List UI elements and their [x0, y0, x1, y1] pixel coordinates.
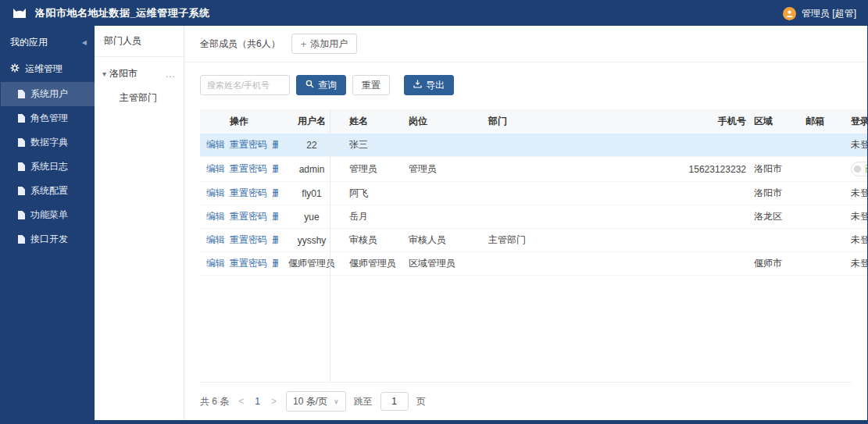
sidebar-item-1[interactable]: 角色管理: [1, 106, 95, 130]
jump-label: 跳至: [354, 395, 373, 408]
reset-password-link[interactable]: 重置密码: [230, 211, 267, 222]
sidebar-section-ops[interactable]: 运维管理: [1, 56, 95, 82]
sidebar-item-label: 系统配置: [30, 184, 68, 198]
edit-link[interactable]: 编辑: [206, 258, 225, 269]
cell-name: 审核员: [345, 229, 405, 252]
cell-region: 洛阳市: [750, 182, 802, 205]
total-count-label: 共 6 条: [200, 395, 229, 408]
edit-link[interactable]: 编辑: [206, 211, 225, 222]
pagination: 共 6 条 < 1 > 10 条/页 ∨ 跳至 页: [200, 382, 852, 420]
column-header: 姓名: [345, 109, 405, 134]
app-window: 洛阳市地名地址数据_运维管理子系统 管理员 [超管] 我的应用 ◀ 运维管理 系…: [0, 0, 868, 424]
cell-position: 区域管理员: [405, 252, 484, 276]
delete-link[interactable]: 删除: [272, 234, 278, 245]
cell-email: [802, 252, 847, 276]
table-row[interactable]: 编辑重置密码删除admin管理员管理员15623123232洛阳市已登录正常: [200, 157, 868, 182]
table-row[interactable]: 编辑重置密码删除22张三未登录禁用: [200, 134, 868, 157]
export-label: 导出: [426, 79, 445, 92]
delete-link[interactable]: 删除: [272, 187, 278, 198]
cell-name: 偃师管理员: [345, 252, 405, 276]
more-actions-icon[interactable]: ...: [166, 69, 176, 80]
cell-login: 已登录: [847, 157, 868, 182]
my-apps-row: 我的应用 ◀: [1, 29, 95, 56]
column-header: 操作: [200, 109, 278, 134]
collapse-sidebar-icon[interactable]: ◀: [82, 39, 87, 46]
cell-email: [802, 182, 847, 205]
edit-link[interactable]: 编辑: [206, 139, 225, 150]
add-user-label: 添加用户: [310, 37, 348, 51]
cell-username: yysshy: [278, 229, 345, 252]
edit-link[interactable]: 编辑: [206, 234, 225, 245]
cell-username: 22: [278, 134, 345, 157]
table-row[interactable]: 编辑重置密码删除yue岳月洛龙区未登录正常: [200, 205, 868, 229]
sidebar-item-4[interactable]: 系统配置: [1, 179, 95, 203]
sidebar-item-6[interactable]: 接口开发: [1, 227, 95, 251]
sidebar-item-5[interactable]: 功能菜单: [1, 203, 95, 227]
search-icon: [305, 80, 314, 91]
edit-link[interactable]: 编辑: [206, 163, 225, 174]
department-panel: 部门人员 ▾洛阳市...主管部门: [95, 26, 184, 420]
cell-phone: 15623123232: [629, 157, 750, 182]
next-page-button[interactable]: >: [270, 396, 278, 407]
table-row[interactable]: 编辑重置密码删除fly01阿飞洛阳市未登录正常: [200, 182, 868, 205]
cell-name: 管理员: [345, 157, 405, 182]
row-actions: 编辑重置密码删除: [200, 252, 278, 276]
main-content: 全部成员（共6人） + 添加用户 查询 重置: [184, 26, 867, 420]
cell-login: 未登录: [847, 252, 868, 276]
cell-phone: [629, 182, 750, 205]
department-panel-title: 部门人员: [95, 26, 184, 57]
app-title: 洛阳市地名地址数据_运维管理子系统: [35, 6, 210, 20]
reset-button[interactable]: 重置: [352, 75, 390, 95]
tree-node-1[interactable]: 主管部门: [98, 86, 180, 110]
document-icon: [18, 235, 25, 244]
sidebar-item-0[interactable]: 系统用户: [1, 82, 95, 106]
cell-region: 洛龙区: [750, 205, 802, 229]
jump-page-input[interactable]: [380, 392, 409, 411]
column-header: 用户名: [278, 109, 345, 134]
query-button[interactable]: 查询: [296, 75, 346, 95]
tree-node-0[interactable]: ▾洛阳市...: [98, 62, 180, 86]
sidebar-item-3[interactable]: 系统日志: [1, 155, 95, 179]
column-header: 手机号: [629, 109, 750, 134]
reset-password-link[interactable]: 重置密码: [230, 234, 267, 245]
sidebar-item-label: 数据字典: [30, 136, 68, 149]
user-table: 操作用户名姓名岗位部门手机号区域邮箱登录状态 编辑重置密码删除22张三未登录禁用…: [200, 109, 868, 276]
current-page[interactable]: 1: [253, 396, 262, 407]
sidebar: 我的应用 ◀ 运维管理 系统用户角色管理数据字典系统日志系统配置功能菜单接口开发: [1, 26, 95, 420]
search-input[interactable]: [200, 75, 290, 95]
delete-link[interactable]: 删除: [272, 163, 278, 174]
cell-username: fly01: [278, 182, 345, 205]
document-icon: [18, 114, 25, 123]
edit-link[interactable]: 编辑: [206, 187, 225, 198]
caret-down-icon[interactable]: ▾: [102, 69, 106, 78]
delete-link[interactable]: 删除: [272, 139, 278, 150]
login-status-toggle[interactable]: 已登录: [851, 162, 868, 176]
toggle-dot-icon: [854, 166, 861, 173]
app-body: 我的应用 ◀ 运维管理 系统用户角色管理数据字典系统日志系统配置功能菜单接口开发…: [1, 26, 867, 420]
members-count-label: 全部成员（共6人）: [200, 37, 280, 51]
sidebar-item-2[interactable]: 数据字典: [1, 130, 95, 155]
cell-position: [405, 182, 484, 205]
sidebar-item-label: 接口开发: [30, 233, 68, 246]
reset-password-link[interactable]: 重置密码: [230, 139, 267, 150]
cell-email: [802, 157, 847, 182]
cell-region: 偃师市: [750, 252, 802, 276]
table-row[interactable]: 编辑重置密码删除yysshy审核员审核人员主管部门未登录正常: [200, 229, 868, 252]
page-size-label: 10 条/页: [293, 395, 327, 408]
table-row[interactable]: 编辑重置密码删除偃师管理员偃师管理员区域管理员偃师市未登录正常: [200, 252, 868, 276]
prev-page-button[interactable]: <: [237, 396, 245, 407]
page-size-select[interactable]: 10 条/页 ∨: [286, 391, 346, 412]
cell-login: 未登录: [847, 229, 868, 252]
delete-link[interactable]: 删除: [272, 211, 278, 222]
table-body: 编辑重置密码删除22张三未登录禁用编辑重置密码删除admin管理员管理员1562…: [200, 134, 868, 276]
column-header: 登录: [847, 109, 868, 134]
cell-phone: [629, 205, 750, 229]
reset-password-link[interactable]: 重置密码: [230, 187, 267, 198]
add-user-button[interactable]: + 添加用户: [291, 34, 358, 54]
reset-password-link[interactable]: 重置密码: [230, 258, 267, 269]
row-actions: 编辑重置密码删除: [200, 157, 278, 182]
user-menu[interactable]: 管理员 [超管]: [783, 7, 856, 20]
delete-link[interactable]: 删除: [272, 258, 278, 269]
export-button[interactable]: 导出: [404, 75, 454, 95]
reset-password-link[interactable]: 重置密码: [230, 163, 267, 174]
